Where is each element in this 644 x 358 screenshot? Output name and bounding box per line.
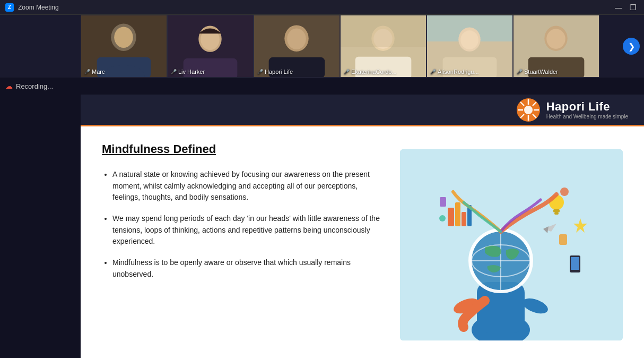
mic-icon-alison: 🎤	[430, 69, 436, 74]
app-icon: Z	[5, 3, 14, 12]
svg-rect-51	[462, 212, 466, 226]
left-sidebar	[0, 95, 81, 358]
svg-rect-54	[553, 209, 560, 212]
title-bar: Z Zoom Meeting — ❐	[0, 0, 644, 15]
svg-rect-49	[448, 208, 454, 226]
slide-text-area: Mindfulness Defined A natural state or k…	[102, 142, 384, 347]
restore-button[interactable]: ❐	[628, 3, 639, 12]
svg-rect-61	[559, 234, 567, 245]
slide-title: Mindfulness Defined	[102, 142, 384, 156]
svg-rect-62	[440, 197, 446, 207]
minimize-button[interactable]: —	[613, 3, 624, 12]
svg-rect-18	[341, 15, 426, 47]
slide-illustration-area	[400, 142, 623, 347]
svg-point-60	[439, 215, 446, 221]
recording-label: Recording...	[16, 82, 53, 90]
mindfulness-illustration	[400, 149, 623, 340]
participant-stuart[interactable]: 🎤 StuartWalder	[513, 15, 599, 78]
hapori-header: Hapori Life Health and Wellbeing made si…	[81, 95, 644, 126]
svg-point-30	[524, 106, 533, 114]
bullet-item-2: We may spend long periods of each day 'i…	[112, 213, 384, 248]
hapori-tagline: Health and Wellbeing made simple	[546, 114, 628, 120]
bullet-list: A natural state or knowing achieved by f…	[102, 169, 384, 280]
app-title: Zoom Meeting	[18, 4, 59, 11]
participant-hapori[interactable]: 🎤 Hapori Life	[254, 15, 340, 78]
cloud-icon: ☁	[5, 82, 13, 90]
bullet-item-3: Mindfulness is to be openly aware or obs…	[112, 257, 384, 280]
hapori-brand-name: Hapori Life	[546, 100, 628, 114]
svg-rect-55	[554, 212, 559, 215]
svg-rect-50	[455, 202, 460, 226]
slide-content: Mindfulness Defined A natural state or k…	[81, 126, 644, 358]
next-circle-icon[interactable]: ❯	[623, 38, 640, 55]
participant-ekaterina-label: 🎤 EkaterinaCordo...	[344, 69, 397, 75]
hapori-text: Hapori Life Health and Wellbeing made si…	[546, 100, 628, 120]
participant-alison[interactable]: 🎤 AlisonRodrigu...	[427, 15, 513, 78]
participant-ekaterina[interactable]: 🎤 EkaterinaCordo...	[340, 15, 427, 78]
svg-point-27	[546, 29, 565, 49]
svg-point-2	[114, 27, 133, 48]
mic-icon-ekaterina: 🎤	[344, 69, 350, 74]
mic-icon-hapori: 🎤	[257, 69, 263, 74]
participants-bar: 🎤 Marc 🎤 Liv Harker	[0, 15, 644, 78]
main-area: Hapori Life Health and Wellbeing made si…	[0, 95, 644, 358]
window-controls: — ❐	[613, 3, 639, 12]
next-participants-button[interactable]: ❯	[621, 15, 642, 78]
hapori-logo: Hapori Life Health and Wellbeing made si…	[517, 98, 628, 122]
svg-point-11	[287, 28, 306, 49]
svg-rect-57	[571, 257, 579, 270]
recording-bar: ☁ Recording...	[0, 78, 644, 95]
participant-stuart-label: 🎤 StuartWalder	[517, 69, 558, 75]
svg-point-22	[460, 30, 478, 49]
participant-liv[interactable]: 🎤 Liv Harker	[167, 15, 254, 78]
mic-icon-liv: 🎤	[171, 69, 177, 74]
participant-alison-label: 🎤 AlisonRodrigu...	[430, 69, 479, 75]
participant-hapori-label: 🎤 Hapori Life	[257, 69, 293, 75]
mic-icon-stuart: 🎤	[517, 69, 523, 74]
hapori-logo-circle	[517, 98, 540, 122]
participant-marc-label: 🎤 Marc	[84, 69, 105, 75]
mic-icon: 🎤	[84, 69, 90, 74]
svg-point-59	[560, 187, 569, 196]
presentation-area: Hapori Life Health and Wellbeing made si…	[81, 95, 644, 358]
bullet-item-1: A natural state or knowing achieved by f…	[112, 169, 384, 203]
participant-marc[interactable]: 🎤 Marc	[81, 15, 167, 78]
participant-liv-label: 🎤 Liv Harker	[171, 69, 205, 75]
